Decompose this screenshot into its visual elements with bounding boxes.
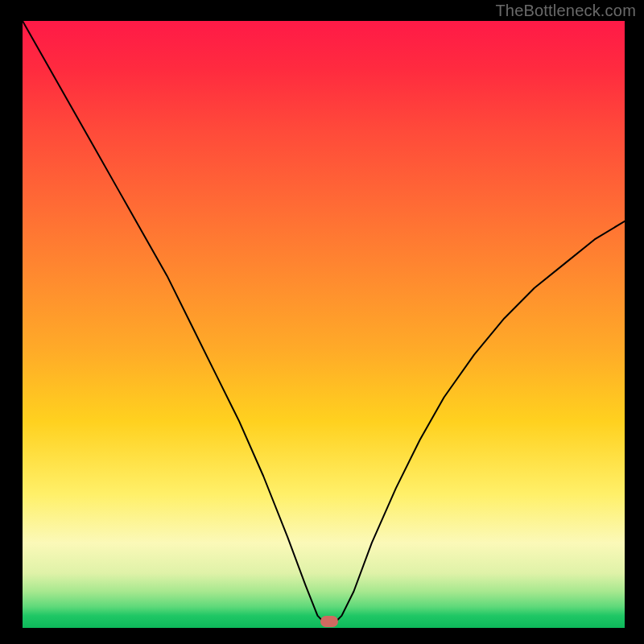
bottleneck-curve-svg	[23, 21, 625, 628]
chart-stage: TheBottleneck.com	[0, 0, 644, 644]
bottleneck-curve	[23, 21, 625, 621]
bottleneck-marker	[320, 616, 338, 627]
watermark-text: TheBottleneck.com	[495, 2, 636, 20]
